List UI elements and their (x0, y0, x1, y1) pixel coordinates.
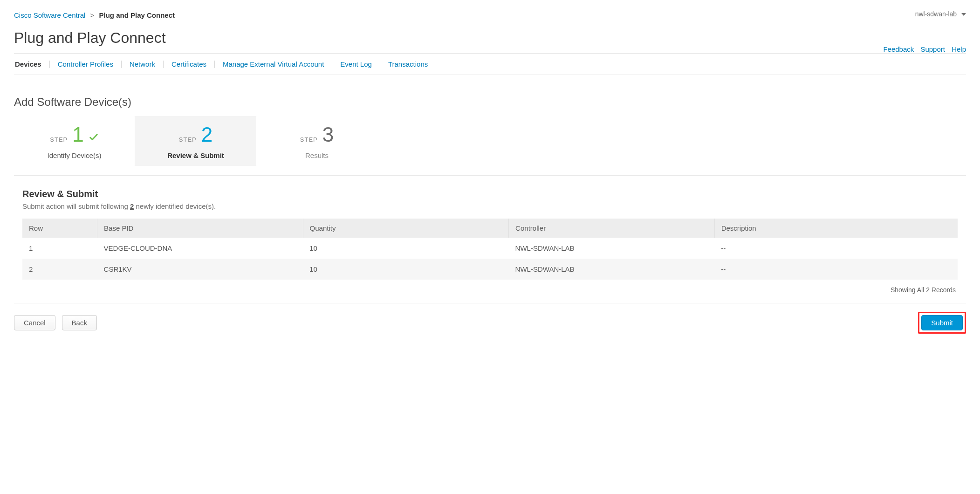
step-name: Identify Device(s) (19, 151, 130, 159)
tab-divider (121, 61, 122, 68)
section-subtext: Submit action will submit following 2 ne… (22, 202, 958, 210)
tab-divider (163, 61, 164, 68)
table-header-row: Row Base PID Quantity Controller Descrip… (22, 219, 958, 238)
cell-controller: NWL-SDWAN-LAB (509, 238, 715, 259)
th-quantity[interactable]: Quantity (303, 219, 509, 238)
step-name: Results (261, 151, 373, 159)
virtual-account-picker[interactable]: nwl-sdwan-lab (915, 10, 966, 18)
submit-highlight: Submit (918, 312, 966, 334)
cell-row: 2 (22, 259, 97, 280)
step-1[interactable]: STEP 1 Identify Device(s) (14, 116, 135, 166)
step-3: STEP 3 Results (256, 116, 377, 166)
step-label: STEP (179, 136, 197, 143)
back-button[interactable]: Back (62, 315, 97, 330)
tab-divider (49, 61, 50, 68)
cancel-button[interactable]: Cancel (14, 315, 55, 330)
cell-description: -- (714, 238, 958, 259)
step-name: Review & Submit (140, 151, 252, 159)
top-links: Feedback Support Help (878, 45, 966, 53)
feedback-link[interactable]: Feedback (883, 45, 914, 53)
cell-base-pid: VEDGE-CLOUD-DNA (97, 238, 303, 259)
breadcrumb-current: Plug and Play Connect (99, 11, 175, 19)
section-heading: Review & Submit (22, 189, 958, 199)
tab-event-log[interactable]: Event Log (339, 60, 373, 68)
tab-certificates[interactable]: Certificates (171, 60, 207, 68)
th-row[interactable]: Row (22, 219, 97, 238)
cell-base-pid: CSR1KV (97, 259, 303, 280)
section-subtext-post: newly identified device(s). (134, 202, 216, 210)
help-link[interactable]: Help (952, 45, 966, 53)
step-number: 2 (201, 124, 212, 145)
wizard-steps: STEP 1 Identify Device(s) STEP 2 Review … (14, 116, 966, 176)
tab-manage-external[interactable]: Manage External Virtual Account (222, 60, 325, 68)
tab-divider (332, 61, 332, 68)
cell-quantity: 10 (303, 238, 509, 259)
footer-bar: Cancel Back Submit (14, 303, 966, 334)
devices-table: Row Base PID Quantity Controller Descrip… (22, 219, 958, 280)
records-note: Showing All 2 Records (22, 286, 956, 294)
chevron-down-icon (961, 13, 966, 16)
support-link[interactable]: Support (920, 45, 945, 53)
th-base-pid[interactable]: Base PID (97, 219, 303, 238)
cell-quantity: 10 (303, 259, 509, 280)
cell-controller: NWL-SDWAN-LAB (509, 259, 715, 280)
tab-divider (380, 61, 380, 68)
tab-controller-profiles[interactable]: Controller Profiles (57, 60, 114, 68)
table-row: 2 CSR1KV 10 NWL-SDWAN-LAB -- (22, 259, 958, 280)
tab-divider (214, 61, 215, 68)
step-label: STEP (50, 136, 68, 143)
cell-description: -- (714, 259, 958, 280)
tab-devices[interactable]: Devices (14, 60, 42, 68)
breadcrumb-root[interactable]: Cisco Software Central (14, 11, 85, 19)
virtual-account-name: nwl-sdwan-lab (915, 10, 957, 18)
th-controller[interactable]: Controller (509, 219, 715, 238)
cell-row: 1 (22, 238, 97, 259)
section-subtext-pre: Submit action will submit following (22, 202, 130, 210)
wizard-title: Add Software Device(s) (14, 96, 966, 109)
tab-transactions[interactable]: Transactions (387, 60, 429, 68)
step-label: STEP (300, 136, 318, 143)
tab-bar: Devices Controller Profiles Network Cert… (14, 54, 966, 75)
breadcrumb-separator: > (90, 11, 95, 19)
step-2[interactable]: STEP 2 Review & Submit (135, 116, 256, 166)
submit-button[interactable]: Submit (921, 315, 963, 330)
page-title: Plug and Play Connect (14, 29, 166, 47)
th-description[interactable]: Description (714, 219, 958, 238)
checkmark-icon (89, 132, 99, 142)
step-number: 3 (322, 124, 334, 145)
tab-network[interactable]: Network (129, 60, 156, 68)
table-row: 1 VEDGE-CLOUD-DNA 10 NWL-SDWAN-LAB -- (22, 238, 958, 259)
breadcrumb: Cisco Software Central > Plug and Play C… (14, 11, 966, 19)
step-number: 1 (72, 124, 83, 145)
